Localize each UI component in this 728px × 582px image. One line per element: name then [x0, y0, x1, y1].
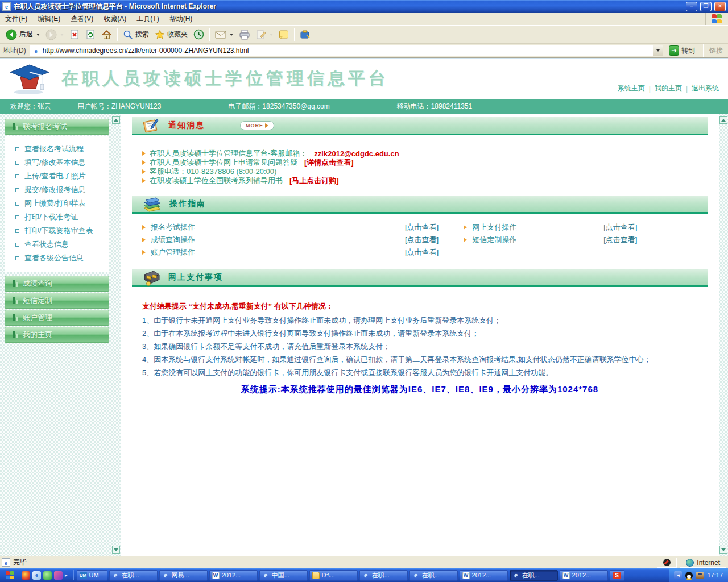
start-button[interactable]: [2, 570, 17, 580]
scroll-up-button[interactable]: [112, 116, 120, 124]
view-link[interactable]: [点击查看]: [603, 222, 637, 232]
address-input[interactable]: e http://www.chinadegrees.cn/zzlk/enter-…: [30, 45, 663, 56]
history-button[interactable]: [191, 27, 207, 41]
link-my-home[interactable]: 我的主页: [655, 84, 682, 93]
menu-edit[interactable]: 编辑(E): [32, 13, 65, 26]
scroll-down-button[interactable]: [112, 546, 120, 554]
sidebar-item[interactable]: 查看报名考试流程: [5, 142, 109, 156]
mobile-text: 移动电话：18982411351: [397, 102, 473, 111]
notice-highlight[interactable]: [马上点击订购]: [289, 176, 339, 186]
quick-launch: e ▸: [19, 571, 71, 580]
taskbar-button[interactable]: e中国...: [259, 570, 308, 581]
contacts-tray-icon[interactable]: [696, 572, 704, 579]
notice-item[interactable]: 客服电话：010-82378806 (8:00-20:00): [142, 167, 708, 176]
sidebar-section-account[interactable]: 账户管理: [5, 310, 109, 326]
taskbar-button[interactable]: e网易...: [159, 570, 208, 581]
sidebar-item[interactable]: 打印/下载准考证: [5, 210, 109, 224]
restore-button[interactable]: ❐: [700, 2, 712, 11]
sidebar-section-exam[interactable]: 联考报名考试: [5, 119, 109, 135]
mail-button[interactable]: [212, 28, 236, 41]
stop-button[interactable]: [67, 28, 82, 41]
link-system-home[interactable]: 系统主页: [618, 84, 645, 93]
view-link[interactable]: [点击查看]: [603, 235, 637, 245]
qq-icon[interactable]: [685, 572, 693, 579]
notice-item[interactable]: 在职攻读硕士学位全国联考系列辅导用书[马上点击订购]: [142, 176, 708, 185]
more-button[interactable]: MORE: [240, 121, 274, 130]
notice-highlight[interactable]: zzlk2012@cdgdc.edu.cn: [314, 149, 399, 158]
quicklaunch-expand-icon[interactable]: ▸: [65, 572, 68, 578]
sidebar-item[interactable]: 查看各级公告信息: [5, 251, 109, 265]
favorites-button[interactable]: 收藏夹: [152, 28, 191, 41]
view-link[interactable]: [点击查看]: [405, 222, 439, 232]
link-logout[interactable]: 退出系统: [692, 84, 719, 93]
minimize-button[interactable]: –: [686, 2, 697, 11]
photos-quicklaunch-icon[interactable]: [54, 571, 63, 580]
sidebar-item[interactable]: 打印/下载资格审查表: [5, 224, 109, 238]
menu-file[interactable]: 文件(F): [0, 13, 32, 26]
taskbar-button[interactable]: e在职...: [359, 570, 408, 581]
sidebar-scrollbar[interactable]: [111, 114, 121, 556]
tray-chevron-icon[interactable]: ◂: [674, 571, 682, 579]
taskbar-button[interactable]: W2012...: [560, 570, 608, 581]
refresh-button[interactable]: [82, 28, 98, 41]
menu-favorites[interactable]: 收藏(A): [98, 13, 131, 26]
word-icon: W: [562, 572, 570, 579]
go-button[interactable]: ➜ 转到: [667, 45, 697, 56]
search-button[interactable]: 搜索: [120, 28, 152, 41]
menu-tools[interactable]: 工具(T): [131, 13, 164, 26]
sidebar-section-scores[interactable]: 成绩查询: [5, 276, 109, 292]
arrow-bullet-icon: [142, 225, 146, 230]
email-text: 电子邮箱：1825347350@qq.com: [228, 102, 329, 111]
address-dropdown-button[interactable]: [653, 45, 663, 56]
status-text: 完毕: [13, 558, 27, 567]
windows-logo-icon: [705, 13, 728, 25]
links-label[interactable]: 链接: [709, 46, 725, 56]
square-bullet-icon: [15, 161, 19, 165]
sidebar-item[interactable]: 提交/修改报考信息: [5, 183, 109, 197]
ie-quicklaunch-icon[interactable]: e: [32, 571, 41, 580]
messenger-button[interactable]: [297, 28, 313, 41]
taskbar-button[interactable]: W2012...: [209, 570, 258, 581]
scroll-down-button[interactable]: [719, 546, 727, 554]
view-link[interactable]: [点击查看]: [405, 235, 439, 245]
sidebar-section-sms[interactable]: 短信定制: [5, 293, 109, 309]
print-button[interactable]: [236, 28, 253, 41]
notice-highlight[interactable]: [详情点击查看]: [304, 157, 354, 168]
discuss-button[interactable]: [276, 28, 292, 41]
taskbar-button[interactable]: e在职...: [109, 570, 158, 581]
statusbar: e 完毕 Internet: [0, 556, 728, 568]
taskbar-button-um[interactable]: UM UM: [77, 570, 107, 581]
menu-help[interactable]: 帮助(H): [164, 13, 198, 26]
menu-view[interactable]: 查看(V): [65, 13, 98, 26]
sidebar-section-myhome[interactable]: 我的主页: [5, 327, 109, 343]
payment-header: 网上支付事项: [132, 269, 708, 287]
home-button[interactable]: [98, 28, 115, 41]
arrow-bullet-icon: [142, 151, 146, 156]
taskbar-button-s[interactable]: S: [610, 570, 624, 581]
scroll-up-button[interactable]: [719, 116, 727, 124]
main-scrollbar[interactable]: [719, 114, 728, 556]
refresh-icon: [85, 30, 96, 40]
browser-quicklaunch-icon[interactable]: [22, 571, 30, 580]
sidebar-item[interactable]: 查看状态信息: [5, 238, 109, 251]
taskbar-button[interactable]: W2012...: [460, 570, 508, 581]
view-link[interactable]: [点击查看]: [405, 247, 439, 257]
back-button[interactable]: 后退: [3, 27, 43, 42]
site-header: 在职人员攻读硕士学位管理信息平台 系统主页| 我的主页| 退出系统: [0, 58, 728, 99]
taskbar-button[interactable]: e在职...: [410, 570, 458, 581]
close-button[interactable]: ✕: [714, 2, 726, 11]
graduation-cap-logo: [6, 63, 55, 95]
notice-item[interactable]: 在职人员攻读硕士学位管理信息平台-客服邮箱：zzlk2012@cdgdc.edu…: [142, 149, 708, 158]
sidebar-item[interactable]: 填写/修改基本信息: [5, 156, 109, 169]
notice-item[interactable]: 在职人员攻读硕士学位网上申请常见问题答疑[详情点击查看]: [142, 158, 708, 167]
status-indicator-panel: [657, 558, 677, 568]
edit-button[interactable]: [253, 28, 276, 41]
taskbar-button[interactable]: D:\...: [309, 570, 358, 581]
sidebar-item[interactable]: 上传/查看电子照片: [5, 169, 109, 183]
window-title: 在职人员攻读硕士学位管理信息平台 - Microsoft Internet Ex…: [14, 2, 683, 11]
green-app-quicklaunch-icon[interactable]: [43, 571, 52, 580]
back-icon: [6, 29, 17, 40]
forward-button[interactable]: [43, 27, 67, 42]
sidebar-item[interactable]: 网上缴费/打印样表: [5, 197, 109, 210]
taskbar-button-active[interactable]: e在职...: [510, 570, 558, 581]
